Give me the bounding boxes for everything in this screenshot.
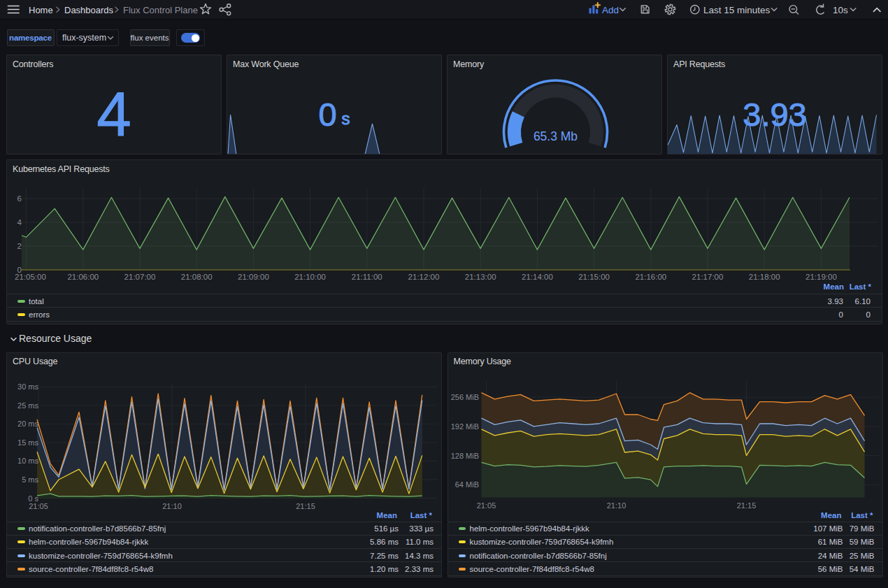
svg-text:21:05: 21:05	[476, 501, 496, 509]
svg-text:21:11:00: 21:11:00	[352, 273, 382, 281]
svg-text:21:05:00: 21:05:00	[15, 273, 46, 281]
svg-text:21:14:00: 21:14:00	[522, 273, 553, 281]
svg-text:21:18:00: 21:18:00	[749, 273, 780, 281]
svg-text:2: 2	[17, 242, 22, 250]
svg-text:6: 6	[17, 194, 22, 203]
svg-text:10 ms: 10 ms	[17, 457, 38, 465]
svg-text:21:15: 21:15	[736, 501, 756, 509]
svg-text:21:08:00: 21:08:00	[181, 273, 213, 281]
svg-text:21:19:00: 21:19:00	[805, 273, 837, 281]
svg-text:15 ms: 15 ms	[17, 438, 38, 446]
svg-text:21:06:00: 21:06:00	[67, 273, 99, 281]
svg-text:21:16:00: 21:16:00	[635, 273, 666, 281]
svg-text:25 ms: 25 ms	[17, 401, 38, 409]
svg-text:21:12:00: 21:12:00	[408, 273, 440, 281]
svg-text:64 MiB: 64 MiB	[454, 480, 478, 489]
svg-text:21:13:00: 21:13:00	[465, 273, 496, 281]
svg-text:21:10: 21:10	[606, 501, 626, 509]
svg-text:21:07:00: 21:07:00	[124, 273, 156, 281]
svg-text:21:10: 21:10	[162, 501, 182, 510]
svg-text:5 ms: 5 ms	[22, 475, 38, 484]
svg-text:20 ms: 20 ms	[17, 420, 38, 428]
svg-text:4: 4	[17, 218, 22, 227]
svg-text:192 MiB: 192 MiB	[450, 422, 478, 430]
svg-text:21:05: 21:05	[29, 501, 48, 510]
svg-text:21:15: 21:15	[296, 501, 315, 510]
svg-text:21:17:00: 21:17:00	[692, 273, 724, 281]
svg-text:256 MiB: 256 MiB	[450, 393, 478, 401]
svg-text:21:09:00: 21:09:00	[238, 273, 269, 281]
svg-text:21:10:00: 21:10:00	[294, 273, 326, 281]
svg-text:65.3 Mb: 65.3 Mb	[533, 129, 578, 143]
svg-text:30 ms: 30 ms	[17, 382, 38, 391]
svg-text:128 MiB: 128 MiB	[450, 451, 478, 459]
svg-text:21:15:00: 21:15:00	[578, 273, 610, 281]
